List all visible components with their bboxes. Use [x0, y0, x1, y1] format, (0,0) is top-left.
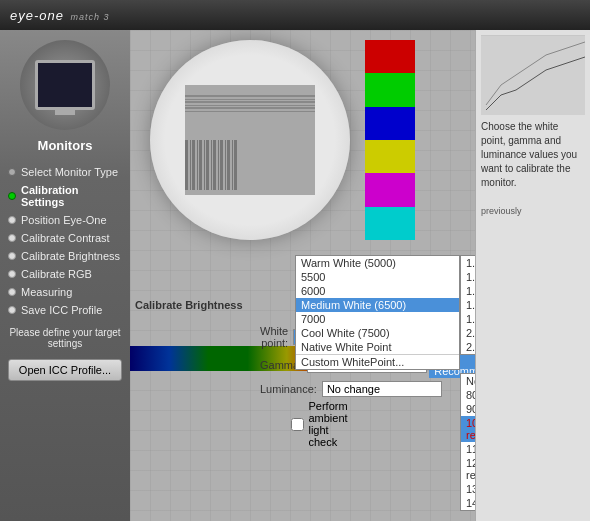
v-line-7 [206, 140, 209, 190]
center-area: Warm White (5000) 5500 6000 Medium White… [130, 30, 475, 521]
lum-80[interactable]: 80 [461, 388, 475, 402]
swatch-red [365, 40, 415, 73]
nav-dot-position [8, 216, 16, 224]
monitor-icon [35, 60, 95, 110]
v-line-9 [213, 140, 216, 190]
swatch-cyan [365, 207, 415, 240]
wp-option-6000[interactable]: 6000 [296, 284, 459, 298]
gamma-1-6[interactable]: 1.6 [461, 270, 475, 284]
color-swatches [365, 40, 415, 240]
calibrate-brightness-label: Calibrate Brightness [135, 299, 255, 311]
ambient-label: Perform ambient light check [308, 400, 360, 448]
sidebar-item-measuring[interactable]: Measuring [0, 283, 130, 301]
ambient-checkbox[interactable] [291, 418, 304, 431]
nav-list: Select Monitor Type Calibration Settings… [0, 163, 130, 319]
gamma-1-8[interactable]: 1.8 [461, 298, 475, 312]
swatch-magenta [365, 173, 415, 206]
h-line-3 [185, 101, 315, 103]
test-circle [150, 40, 350, 240]
monitor-icon-container [20, 40, 110, 130]
v-line-13 [227, 140, 230, 190]
luminance-dropdown[interactable]: No change 80 90 100 - CRT recommendation… [460, 373, 475, 511]
sidebar-item-select-monitor[interactable]: Select Monitor Type [0, 163, 130, 181]
white-point-dropdown-container[interactable]: Warm White (5000) 5500 6000 Medium White… [295, 255, 460, 370]
wp-option-cool7500[interactable]: Cool White (7500) [296, 326, 459, 340]
h-line-4 [185, 105, 315, 106]
v-line-12 [225, 140, 226, 190]
v-line-6 [204, 140, 205, 190]
right-panel: Choose the white point, gamma and lumina… [475, 30, 590, 521]
wp-option-medium6500[interactable]: Medium White (6500) [296, 298, 459, 312]
nav-dot-save-icc [8, 306, 16, 314]
app-title: eye-one [10, 8, 64, 23]
right-panel-previously: previously [481, 206, 585, 216]
nav-dot-rgb [8, 270, 16, 278]
lum-140[interactable]: 140 [461, 496, 475, 510]
sidebar-item-calibrate-contrast[interactable]: Calibrate Contrast [0, 229, 130, 247]
white-point-label: White point: [260, 325, 293, 349]
wp-option-5500[interactable]: 5500 [296, 270, 459, 284]
app-logo: eye-one match 3 [10, 8, 110, 23]
sidebar: Monitors Select Monitor Type Calibration… [0, 30, 130, 521]
app-subtitle: match 3 [71, 12, 110, 22]
luminance-field-container: No change [322, 381, 442, 397]
luminance-field[interactable]: No change [322, 381, 442, 397]
horizontal-lines [185, 95, 315, 125]
lum-130[interactable]: 130 [461, 482, 475, 496]
lum-no-change[interactable]: No change [461, 374, 475, 388]
lum-90[interactable]: 90 [461, 402, 475, 416]
gamma-2-1[interactable]: 2.1 [461, 340, 475, 354]
nav-dot-brightness [8, 252, 16, 260]
v-line-8 [211, 140, 212, 190]
luminance-label: Luminance: [260, 383, 322, 395]
v-line-11 [220, 140, 223, 190]
wp-option-custom[interactable]: Custom WhitePoint... [296, 355, 459, 369]
swatch-yellow [365, 140, 415, 173]
title-bar: eye-one match 3 [0, 0, 590, 30]
swatch-blue [365, 107, 415, 140]
h-line-1 [185, 95, 315, 97]
h-line-5 [185, 107, 315, 109]
sidebar-item-calibrate-brightness[interactable]: Calibrate Brightness [0, 247, 130, 265]
wp-option-warm5000[interactable]: Warm White (5000) [296, 256, 459, 270]
nav-dot-select-monitor [8, 168, 16, 176]
lum-110[interactable]: 110 [461, 442, 475, 456]
white-point-list[interactable]: Warm White (5000) 5500 6000 Medium White… [295, 255, 460, 370]
lum-120-lcd[interactable]: 120 - LCD recommendation [461, 456, 475, 482]
previously-label: previously [481, 206, 522, 216]
main-layout: Monitors Select Monitor Type Calibration… [0, 30, 590, 521]
nav-dot-calibration-settings [8, 192, 16, 200]
v-line-10 [218, 140, 219, 190]
nav-dot-measuring [8, 288, 16, 296]
sidebar-item-calibration-settings[interactable]: Calibration Settings [0, 181, 130, 211]
sidebar-item-position-eye-one[interactable]: Position Eye-One [0, 211, 130, 229]
gamma-1-7[interactable]: 1.7 [461, 284, 475, 298]
nav-dot-contrast [8, 234, 16, 242]
sidebar-item-save-icc[interactable]: Save ICC Profile [0, 301, 130, 319]
wp-option-7000[interactable]: 7000 [296, 312, 459, 326]
swatch-green [365, 73, 415, 106]
sidebar-item-calibrate-rgb[interactable]: Calibrate RGB [0, 265, 130, 283]
v-line-4 [197, 140, 198, 190]
v-line-14 [232, 140, 233, 190]
gamma-1-9[interactable]: 1.9 [461, 312, 475, 326]
top-right-pattern [481, 35, 585, 115]
v-line-3 [192, 140, 195, 190]
h-line-6 [185, 111, 315, 112]
v-line-5 [199, 140, 202, 190]
sidebar-title: Monitors [38, 138, 93, 153]
wp-option-native[interactable]: Native White Point [296, 340, 459, 355]
right-panel-text-1: Choose the white point, gamma and lumina… [481, 121, 577, 188]
status-text: Please define your target settings [0, 319, 130, 349]
open-icc-button[interactable]: Open ICC Profile... [8, 359, 122, 381]
h-line-2 [185, 99, 315, 100]
gamma-values-list[interactable]: 1.5 1.6 1.7 1.8 1.9 2.0 2.1 [460, 255, 475, 355]
test-pattern [185, 85, 315, 195]
gamma-1-5[interactable]: 1.5 [461, 256, 475, 270]
luminance-row: Luminance: No change [260, 381, 360, 397]
lum-100-crt[interactable]: 100 - CRT recommendation [461, 416, 475, 442]
v-line-1 [185, 140, 188, 190]
right-pattern-svg [481, 35, 585, 115]
gamma-2-0[interactable]: 2.0 [461, 326, 475, 340]
v-line-15 [234, 140, 237, 190]
